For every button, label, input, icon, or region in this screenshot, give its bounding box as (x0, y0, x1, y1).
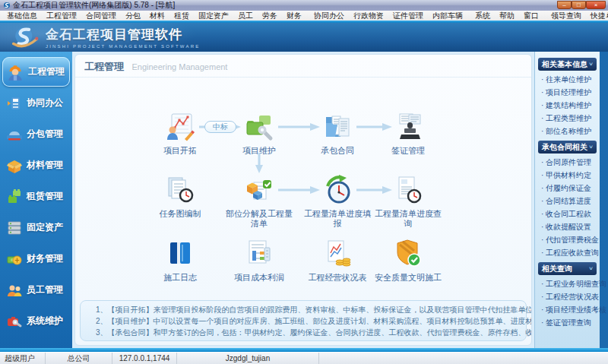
link-item[interactable]: 签证管理查询 (537, 316, 597, 329)
status-spacer (319, 353, 608, 364)
worker-icon (6, 63, 24, 81)
sidebar-item-label: 财务管理 (27, 252, 63, 265)
sidebar-item-lease[interactable]: 租赁管理 (0, 181, 72, 212)
tip-line: 3、【承包合同】和甲方签订的合同，包括：甲供材约定、履约保证金、合同执行进度、工… (96, 327, 532, 338)
link-item[interactable]: 项目经理业绩考核 (537, 303, 597, 316)
sidebar-item-finance[interactable]: 财务管理 (0, 243, 72, 274)
menu-item[interactable]: 协同办公 (309, 11, 349, 21)
menu-item[interactable]: 材料 (145, 11, 169, 21)
link-item[interactable]: 收合同工程款 (537, 207, 597, 220)
menu-item[interactable]: 员工 (233, 11, 258, 21)
minimize-button[interactable]: – (557, 1, 572, 9)
flow-node-business-status[interactable]: 工程经营状况表 (302, 239, 372, 283)
flow-node-project-development[interactable]: 项目开拓 (145, 112, 215, 156)
flow-node-construction-log[interactable]: 施工日志 (145, 239, 215, 283)
link-item[interactable]: 收款提醒设置 (537, 220, 597, 233)
sidebar-item-collaboration[interactable]: 协同办公 (0, 87, 72, 119)
menu-item[interactable]: 基础信息 (2, 11, 42, 21)
link-item[interactable]: 合同结算进度 (537, 195, 597, 207)
flow-node-label: 工程量清单进度查询 (373, 209, 443, 229)
app-banner: 金石工程项目管理软件 JINSHI PROJECT MANAGEMENT SOF… (0, 23, 608, 52)
assets-server-icon (6, 220, 23, 236)
link-item[interactable]: 工程经营状况表 (537, 290, 597, 303)
section-title: 相关基本信息 (542, 58, 587, 71)
sidebar-item-label: 固定资产 (27, 221, 63, 234)
flow-node-task-chart[interactable]: 任务图编制 (145, 175, 215, 219)
sidebar-item-engineering[interactable]: 工程管理 (2, 57, 70, 87)
menu-item[interactable]: 证件管理 (388, 11, 428, 21)
link-item[interactable]: 工程类型维护 (537, 112, 597, 125)
flow-node-label: 承包合同 (302, 146, 372, 156)
sidebar-item-fixed-assets[interactable]: 固定资产 (0, 212, 72, 243)
finance-money-icon (6, 251, 23, 267)
link-item[interactable]: 项目经理维护 (537, 86, 597, 99)
section-header-basic-info[interactable]: 相关基本信息 ˅ (538, 58, 597, 71)
menu-item[interactable]: 固定资产 (194, 11, 233, 21)
flow-node-label: 签证管理 (373, 146, 443, 156)
menu-item[interactable]: 工程管理 (42, 11, 81, 21)
sidebar-item-label: 协同办公 (27, 97, 63, 109)
sidebar-item-label: 租赁管理 (27, 190, 63, 203)
link-item[interactable]: 合同原件管理 (537, 156, 597, 169)
project-maintenance-icon (244, 112, 274, 142)
page-header: 工程管理 Engineering Management (75, 55, 531, 78)
menu-item[interactable]: 窗口 (519, 11, 543, 21)
section-header-queries[interactable]: 相关查询 ˅ (538, 262, 597, 275)
link-item[interactable]: 甲供材料约定 (537, 169, 597, 182)
flow-node-progress-query[interactable]: 工程量清单进度查询 (373, 175, 443, 229)
navigation-card: 工程管理 Engineering Management 项目开拓 (74, 54, 532, 346)
flow-node-cost-profit[interactable]: 项目成本利润 (224, 239, 294, 283)
menu-item[interactable]: 系统 (470, 11, 495, 21)
sidebar-item-label: 分包管理 (27, 128, 63, 141)
project-development-icon (165, 112, 195, 142)
menu-item[interactable]: 帮助 (495, 11, 519, 21)
sidebar-item-staff[interactable]: 员工管理 (0, 274, 72, 305)
menu-item[interactable]: 快捷单据 (586, 11, 608, 21)
banner-glow (0, 23, 198, 52)
status-address: 127.0.0.1,1744 (112, 353, 177, 364)
menu-item[interactable]: 租赁 (169, 11, 194, 21)
link-item[interactable]: 往来单位维护 (537, 73, 597, 86)
link-item[interactable]: 付履约保证金 (537, 182, 597, 195)
menu-item[interactable]: 内部车辆 (428, 11, 467, 21)
link-item[interactable]: 建筑结构维护 (537, 99, 597, 112)
window-controls: – □ × (557, 1, 606, 9)
sidebar-item-materials[interactable]: 材料管理 (0, 150, 72, 181)
flow-node-label: 部位分解及工程量清单 (224, 209, 294, 229)
cost-profit-icon (244, 239, 274, 269)
system-toolbox-icon (6, 313, 23, 330)
link-item[interactable]: 工程业务明细查询 (537, 277, 597, 290)
workflow-diagram: 项目开拓 项目维护 承包合同 (75, 78, 531, 305)
sidebar-item-system[interactable]: 系统维护 (0, 305, 72, 337)
flow-node-project-maintenance[interactable]: 项目维护 (224, 112, 294, 156)
bid-label-bubble: 中标 (204, 121, 236, 133)
link-item[interactable]: 代扣管理费税金 (537, 233, 597, 246)
link-item[interactable]: 部位名称维护 (537, 125, 597, 138)
flow-node-label: 施工日志 (145, 273, 215, 283)
close-button[interactable]: × (586, 1, 606, 9)
flow-node-progress-report[interactable]: 工程量清单进度填报 (302, 175, 372, 229)
menu-item[interactable]: 财务 (282, 11, 306, 21)
page-subtitle: Engineering Management (131, 62, 227, 71)
menu-item[interactable]: 分包 (121, 11, 145, 21)
flow-node-safety-quality[interactable]: 安全质量文明施工 (373, 239, 443, 283)
menu-item[interactable]: 领导查询 (546, 11, 586, 21)
visa-stamp-icon (393, 112, 423, 142)
maximize-button[interactable]: □ (572, 1, 586, 9)
page-title: 工程管理 (84, 61, 124, 72)
sidebar-item-subcontract[interactable]: 分包管理 (0, 119, 72, 150)
progress-report-clock-icon (322, 175, 353, 205)
menu-item[interactable]: 行政物资 (349, 11, 388, 21)
main-content: 工程管理 Engineering Management 项目开拓 (72, 52, 534, 348)
menu-item[interactable]: 合同管理 (81, 11, 121, 21)
flow-arrow-down (255, 153, 264, 174)
menu-item[interactable]: 劳务 (258, 11, 282, 21)
tip-line: 1、【项目开拓】来管理项目投标阶段的自营项目的跟踪费用、资料审核、中标率、投标保… (96, 304, 532, 315)
flow-node-visa-management[interactable]: 签证管理 (373, 112, 443, 156)
flow-node-contract[interactable]: 承包合同 (302, 112, 372, 156)
status-user: 超级用户 (0, 353, 46, 364)
staff-people-icon (6, 282, 23, 299)
link-item[interactable]: 工程应收款查询 (537, 246, 597, 259)
section-header-contract[interactable]: 承包合同相关 ˅ (538, 141, 597, 154)
flow-node-boq-breakdown[interactable]: 部位分解及工程量清单 (224, 175, 294, 229)
